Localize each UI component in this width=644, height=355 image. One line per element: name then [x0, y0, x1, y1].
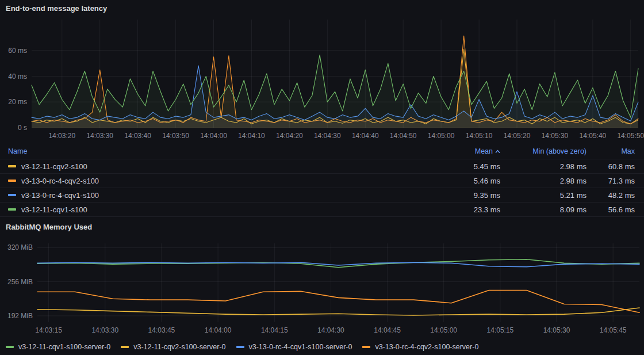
x-tick-label: 14:05:40 [580, 132, 607, 140]
x-tick-label: 14:04:40 [352, 132, 379, 140]
x-tick-label: 14:05:50 [617, 132, 644, 140]
series-name[interactable]: v3-12-11-cqv2-s100 [21, 162, 87, 171]
x-tick-label: 14:03:50 [162, 132, 189, 140]
y-tick-label: 60 ms [8, 47, 27, 55]
series-name[interactable]: v3-12-11-cqv1-s100 [21, 205, 87, 214]
mean-value: 5.45 ms [437, 162, 500, 171]
legend-item[interactable]: v3-12-11-cqv2-s100-server-0 [121, 343, 225, 351]
legend-row: v3-13-0-rc-4-cqv1-s100 9.35 ms 5.21 ms 4… [0, 188, 644, 203]
legend-header-min[interactable]: Min (above zero) [500, 147, 586, 155]
legend-item[interactable]: v3-13-0-rc-4-cqv2-s100-server-0 [362, 343, 478, 351]
y-tick-label: 256 MiB [7, 278, 33, 286]
series-color-swatch [8, 194, 16, 196]
legend-header-mean[interactable]: Mean [437, 147, 500, 155]
y-tick-label: 20 ms [8, 98, 27, 106]
panel-title-latency[interactable]: End-to-end message latency [6, 4, 107, 13]
x-tick-label: 14:04:30 [317, 326, 344, 334]
x-tick-label: 14:04:10 [238, 132, 265, 140]
y-tick-label: 320 MiB [7, 243, 33, 251]
max-value: 60.8 ms [586, 162, 635, 171]
series-area [32, 55, 638, 128]
series-name: v3-13-0-rc-4-cqv1-s100-server-0 [249, 343, 352, 351]
x-tick-label: 14:04:50 [390, 132, 417, 140]
x-tick-label: 14:05:30 [543, 326, 570, 334]
legend-item[interactable]: v3-12-11-cqv1-s100-server-0 [6, 343, 110, 351]
x-tick-label: 14:05:20 [504, 132, 531, 140]
x-tick-label: 14:03:40 [124, 132, 151, 140]
sort-ascending-icon [495, 147, 500, 155]
series-name: v3-12-11-cqv2-s100-server-0 [133, 343, 225, 351]
series-name[interactable]: v3-13-0-rc-4-cqv1-s100 [21, 191, 99, 200]
x-tick-label: 14:05:30 [542, 132, 569, 140]
panel-title-memory[interactable]: RabbitMQ Memory Used [6, 223, 92, 231]
x-tick-label: 14:05:10 [466, 132, 493, 140]
series-name: v3-12-11-cqv1-s100-server-0 [18, 343, 110, 351]
legend-row: v3-12-11-cqv1-s100 23.3 ms 8.09 ms 56.6 … [0, 203, 644, 217]
x-tick-label: 14:04:00 [200, 132, 227, 140]
series-color-swatch [121, 346, 129, 348]
legend-header-name[interactable]: Name [8, 147, 437, 155]
min-value: 2.98 ms [500, 177, 586, 185]
mean-value: 23.3 ms [437, 205, 500, 214]
max-value: 71.3 ms [586, 177, 635, 185]
x-tick-label: 14:04:20 [276, 132, 303, 140]
mean-value: 9.35 ms [437, 191, 500, 200]
x-tick-label: 14:05:45 [600, 326, 627, 334]
latency-time-series-chart[interactable]: 14:03:2014:03:3014:03:4014:03:5014:04:00… [0, 16, 644, 143]
x-tick-label: 14:03:45 [148, 326, 175, 334]
legend-row: v3-12-11-cqv2-s100 5.45 ms 2.98 ms 60.8 … [0, 159, 644, 174]
legend-header-max[interactable]: Max [586, 147, 635, 155]
y-tick-label: 192 MiB [7, 312, 33, 320]
min-value: 5.21 ms [500, 191, 586, 200]
x-tick-label: 14:04:30 [314, 132, 341, 140]
series-line-v3-12-11-cqv2-s100-server-0 [37, 308, 639, 315]
legend-item[interactable]: v3-13-0-rc-4-cqv1-s100-server-0 [236, 343, 352, 351]
legend-header-row: Name Mean Min (above zero) Max [0, 144, 644, 159]
series-line-v3-13-0-rc-4-cqv2-s100-server-0 [37, 291, 639, 313]
series-color-swatch [8, 180, 16, 182]
series-name[interactable]: v3-13-0-rc-4-cqv2-s100 [21, 177, 99, 185]
x-tick-label: 14:03:15 [35, 326, 62, 334]
latency-legend-table: Name Mean Min (above zero) Max v3-12-11-… [0, 144, 644, 217]
series-name: v3-13-0-rc-4-cqv2-s100-server-0 [375, 343, 478, 351]
x-tick-label: 14:03:30 [86, 132, 113, 140]
mean-value: 5.46 ms [437, 177, 500, 185]
x-tick-label: 14:05:00 [428, 132, 455, 140]
x-tick-label: 14:05:15 [487, 326, 514, 334]
x-tick-label: 14:04:00 [205, 326, 232, 334]
series-color-swatch [236, 346, 244, 348]
max-value: 48.2 ms [586, 191, 635, 200]
legend-row: v3-13-0-rc-4-cqv2-s100 5.46 ms 2.98 ms 7… [0, 174, 644, 188]
x-tick-label: 14:04:15 [261, 326, 288, 334]
series-color-swatch [8, 208, 16, 211]
memory-legend: v3-12-11-cqv1-s100-server-0 v3-12-11-cqv… [6, 343, 478, 351]
series-line-v3-12-11-cqv1-s100-server-0 [37, 259, 639, 268]
x-tick-label: 14:05:00 [430, 326, 457, 334]
x-tick-label: 14:04:45 [374, 326, 401, 334]
series-line-v3-13-0-rc-4-cqv1-s100-server-0 [37, 262, 639, 266]
series-color-swatch [6, 346, 14, 348]
x-tick-label: 14:03:30 [91, 326, 118, 334]
memory-time-series-chart[interactable]: 14:03:1514:03:3014:03:4514:04:0014:04:15… [0, 242, 644, 339]
y-tick-label: 0 s [18, 124, 27, 132]
x-tick-label: 14:03:20 [48, 132, 75, 140]
max-value: 56.6 ms [586, 205, 635, 214]
min-value: 8.09 ms [500, 205, 586, 214]
series-color-swatch [362, 346, 370, 348]
min-value: 2.98 ms [500, 162, 586, 171]
y-tick-label: 40 ms [8, 72, 27, 81]
series-color-swatch [8, 165, 16, 167]
